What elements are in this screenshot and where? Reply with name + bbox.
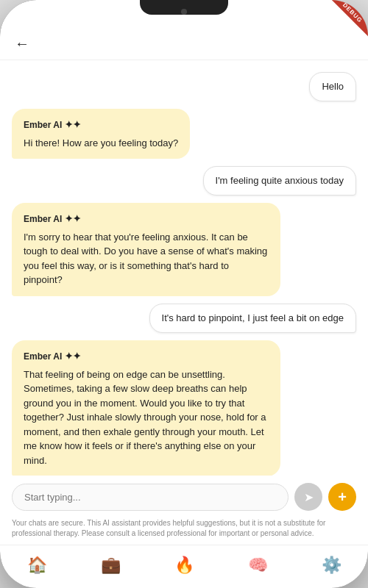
message-ai-3: Ember AI ✦✦ That feeling of being on edg… <box>12 340 356 476</box>
add-icon: + <box>338 489 347 506</box>
ai-label-3: Ember AI ✦✦ <box>24 349 269 364</box>
settings-icon: ⚙️ <box>322 556 342 575</box>
disclaimer-text: Your chats are secure. This AI assistant… <box>0 515 368 545</box>
sparkle-icon-2: ✦✦ <box>65 212 81 226</box>
chat-messages: Hello Ember AI ✦✦ Hi there! How are you … <box>0 60 368 476</box>
chat-input-area: ➤ + <box>0 476 368 515</box>
nav-item-home[interactable]: 🏠 <box>18 553 56 578</box>
message-ai-2: Ember AI ✦✦ I'm sorry to hear that you'r… <box>12 203 356 296</box>
nav-item-flame[interactable]: 🔥 <box>166 553 203 578</box>
bubble-user-3: It's hard to pinpoint, I just feel a bit… <box>149 304 356 333</box>
chat-header: ← <box>0 29 368 60</box>
home-icon: 🏠 <box>27 556 47 575</box>
bubble-ai-2: Ember AI ✦✦ I'm sorry to hear that you'r… <box>12 203 280 296</box>
ai-label-2: Ember AI ✦✦ <box>24 212 269 226</box>
phone-notch <box>140 0 228 15</box>
bubble-ai-3: Ember AI ✦✦ That feeling of being on edg… <box>12 340 280 476</box>
briefcase-icon: 💼 <box>101 556 121 575</box>
phone-camera <box>181 9 187 15</box>
debug-badge: DEBUG <box>328 0 368 37</box>
bubble-user-1: Hello <box>309 72 356 101</box>
back-button[interactable]: ← <box>15 35 29 52</box>
bubble-ai-1: Ember AI ✦✦ Hi there! How are you feelin… <box>12 109 190 159</box>
send-button[interactable]: ➤ <box>294 483 322 511</box>
debug-corner: DEBUG <box>324 0 368 44</box>
bubble-user-2: I'm feeling quite anxious today <box>203 166 356 196</box>
message-user-1: Hello <box>12 72 356 101</box>
sparkle-icon-1: ✦✦ <box>65 118 81 132</box>
nav-item-settings[interactable]: ⚙️ <box>313 553 350 578</box>
message-user-2: I'm feeling quite anxious today <box>12 166 356 196</box>
phone-frame: DEBUG ← Hello Ember AI ✦✦ Hi there! How … <box>0 0 368 588</box>
bottom-nav: 🏠 💼 🔥 🧠 ⚙️ <box>0 545 368 588</box>
send-icon: ➤ <box>304 490 314 504</box>
phone-top-bar <box>0 0 368 29</box>
add-button[interactable]: + <box>328 483 356 511</box>
nav-item-brain[interactable]: 🧠 <box>239 553 277 578</box>
brain-icon: 🧠 <box>248 556 268 575</box>
message-user-3: It's hard to pinpoint, I just feel a bit… <box>12 304 356 333</box>
sparkle-icon-3: ✦✦ <box>65 349 81 364</box>
flame-icon: 🔥 <box>174 556 194 575</box>
message-ai-1: Ember AI ✦✦ Hi there! How are you feelin… <box>12 109 356 159</box>
ai-label-1: Ember AI ✦✦ <box>24 118 178 132</box>
nav-item-briefcase[interactable]: 💼 <box>92 553 130 578</box>
chat-input[interactable] <box>12 484 289 511</box>
chat-input-row: ➤ + <box>12 483 356 511</box>
